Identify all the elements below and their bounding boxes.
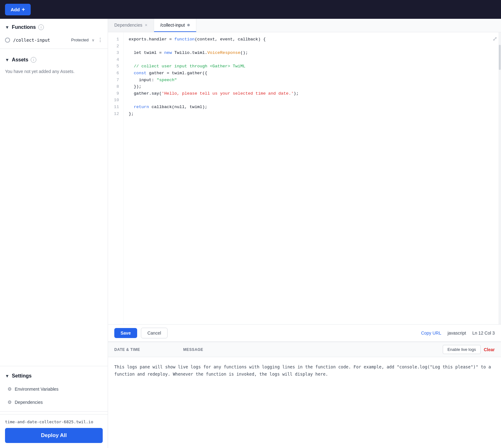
function-item-collect-input[interactable]: /collect-input Protected ∨ ⋮ bbox=[0, 34, 108, 46]
code-line: gather.say('Hello, please tell us your s… bbox=[129, 90, 496, 97]
service-name: time-and-date-collector-6825.twil.io bbox=[5, 419, 103, 424]
settings-item-dependencies[interactable]: ⚙ Dependencies bbox=[0, 396, 108, 409]
scroll-thumb bbox=[499, 45, 501, 70]
code-line: let twiml = new Twilio.twiml.VoiceRespon… bbox=[129, 49, 496, 56]
scrollbar[interactable] bbox=[498, 32, 501, 324]
plus-icon: + bbox=[22, 6, 25, 13]
code-line: // collect user input through <Gather> T… bbox=[129, 63, 496, 70]
add-label: Add bbox=[11, 7, 20, 12]
logs-datetime-col: DATE & TIME bbox=[114, 347, 183, 352]
line-num: 3 bbox=[108, 49, 123, 56]
editor-area: Dependencies × /collect-input ⤢ 12345678… bbox=[108, 19, 501, 448]
cursor-position: Ln 12 Col 3 bbox=[472, 331, 495, 336]
main-layout: ▼ Functions i /collect-input Protected ∨… bbox=[0, 19, 501, 448]
deploy-section: time-and-date-collector-6825.twil.io Dep… bbox=[0, 414, 108, 448]
line-num: 5 bbox=[108, 63, 123, 70]
more-options-icon[interactable]: ⋮ bbox=[98, 37, 103, 43]
line-num: 1 bbox=[108, 36, 123, 43]
env-vars-label: Environment Variables bbox=[15, 387, 59, 392]
no-assets-text: You have not yet added any Assets. bbox=[0, 66, 108, 79]
code-line bbox=[129, 56, 496, 63]
code-line bbox=[129, 97, 496, 104]
protected-badge: Protected bbox=[71, 38, 89, 42]
code-line: input: "speech" bbox=[129, 77, 496, 84]
cancel-button[interactable]: Cancel bbox=[141, 328, 168, 338]
assets-section: ▼ Assets i You have not yet added any As… bbox=[0, 51, 108, 83]
tabs-bar: Dependencies × /collect-input bbox=[108, 19, 501, 32]
chevron-down-icon[interactable]: ∨ bbox=[92, 38, 95, 42]
tab-collect-input-label: /collect-input bbox=[160, 23, 185, 28]
line-num: 7 bbox=[108, 77, 123, 84]
logs-section: DATE & TIME MESSAGE Enable live logs Cle… bbox=[108, 341, 501, 448]
line-num: 11 bbox=[108, 104, 123, 111]
settings-item-env-vars[interactable]: ⚙ Environment Variables bbox=[0, 383, 108, 396]
tab-dependencies[interactable]: Dependencies × bbox=[108, 19, 154, 32]
code-line: exports.handler = function(context, even… bbox=[129, 36, 496, 43]
code-content: 123456789101112 exports.handler = functi… bbox=[108, 32, 501, 324]
line-num: 8 bbox=[108, 83, 123, 90]
logs-body: This logs pane will show live logs for a… bbox=[108, 357, 501, 384]
settings-toggle[interactable]: ▼ bbox=[5, 373, 9, 378]
functions-section-header: ▼ Functions i bbox=[0, 19, 108, 34]
logs-header: DATE & TIME MESSAGE Enable live logs Cle… bbox=[108, 342, 501, 357]
line-num: 2 bbox=[108, 43, 123, 50]
code-line: }; bbox=[129, 111, 496, 117]
assets-title: Assets bbox=[12, 57, 28, 63]
code-line bbox=[129, 43, 496, 50]
line-num: 12 bbox=[108, 111, 123, 117]
sidebar: ▼ Functions i /collect-input Protected ∨… bbox=[0, 19, 108, 448]
assets-info-icon[interactable]: i bbox=[31, 57, 36, 63]
divider-1 bbox=[0, 49, 108, 49]
code-line: const gather = twiml.gather({ bbox=[129, 70, 496, 77]
deploy-all-button[interactable]: Deploy All bbox=[5, 428, 103, 443]
logs-actions: Enable live logs Clear bbox=[443, 345, 495, 354]
gear-icon: ⚙ bbox=[8, 386, 12, 392]
line-num: 9 bbox=[108, 90, 123, 97]
code-editor[interactable]: ⤢ 123456789101112 exports.handler = func… bbox=[108, 32, 501, 324]
toolbar-right: Copy URL javascript Ln 12 Col 3 bbox=[421, 331, 495, 336]
tab-close-icon[interactable]: × bbox=[145, 23, 147, 27]
line-numbers: 123456789101112 bbox=[108, 32, 124, 324]
save-button[interactable]: Save bbox=[114, 328, 137, 338]
tab-collect-input[interactable]: /collect-input bbox=[154, 19, 197, 32]
line-num: 4 bbox=[108, 56, 123, 63]
code-lines[interactable]: exports.handler = function(context, even… bbox=[124, 32, 501, 324]
code-line: }); bbox=[129, 83, 496, 90]
editor-toolbar: Save Cancel Copy URL javascript Ln 12 Co… bbox=[108, 324, 501, 341]
tab-modified-dot bbox=[187, 24, 190, 26]
add-button[interactable]: Add + bbox=[5, 4, 31, 15]
enable-live-logs-button[interactable]: Enable live logs bbox=[443, 345, 481, 354]
assets-section-header: ▼ Assets i bbox=[0, 51, 108, 66]
gear-icon-2: ⚙ bbox=[8, 399, 12, 405]
functions-title: Functions bbox=[12, 24, 36, 30]
language-label: javascript bbox=[447, 331, 466, 336]
settings-title: Settings bbox=[12, 373, 32, 379]
functions-toggle[interactable]: ▼ bbox=[5, 25, 9, 30]
line-num: 6 bbox=[108, 70, 123, 77]
logs-message-col: MESSAGE bbox=[183, 347, 443, 352]
function-radio bbox=[5, 38, 10, 43]
dependencies-label: Dependencies bbox=[15, 400, 43, 405]
settings-section-header: ▼ Settings bbox=[0, 367, 108, 383]
top-bar: Add + bbox=[0, 0, 501, 19]
sidebar-spacer bbox=[0, 83, 108, 366]
copy-url-button[interactable]: Copy URL bbox=[421, 331, 442, 336]
functions-info-icon[interactable]: i bbox=[38, 24, 44, 30]
divider-2 bbox=[0, 411, 108, 412]
expand-icon[interactable]: ⤢ bbox=[493, 35, 497, 42]
tab-dependencies-label: Dependencies bbox=[114, 23, 142, 28]
clear-logs-button[interactable]: Clear bbox=[484, 347, 495, 352]
code-line: return callback(null, twiml); bbox=[129, 104, 496, 111]
line-num: 10 bbox=[108, 97, 123, 104]
assets-toggle[interactable]: ▼ bbox=[5, 57, 9, 62]
settings-section: ▼ Settings ⚙ Environment Variables ⚙ Dep… bbox=[0, 366, 108, 409]
function-name: /collect-input bbox=[13, 38, 68, 43]
